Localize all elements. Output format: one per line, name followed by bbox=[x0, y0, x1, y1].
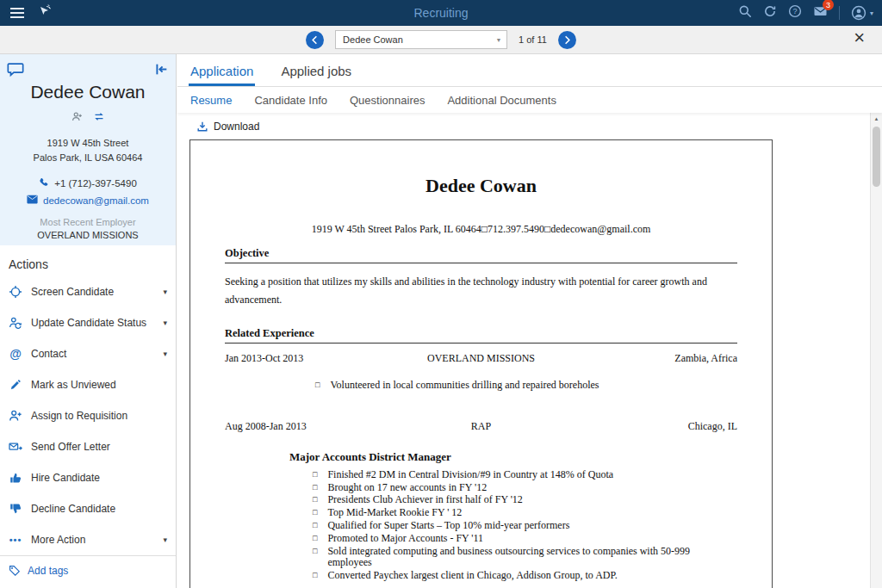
chevron-down-icon: ▾ bbox=[163, 350, 167, 358]
screen-target-icon bbox=[9, 285, 22, 299]
resume-bullet: □Promoted to Major Accounts - FY '11 bbox=[313, 533, 726, 545]
collapse-panel-icon[interactable] bbox=[154, 62, 169, 80]
chevron-down-icon: ▾ bbox=[163, 288, 167, 296]
action-send-offer-letter[interactable]: Send Offer Letter bbox=[0, 431, 176, 462]
bullet-text: Volunteered in local communities drillin… bbox=[330, 380, 599, 392]
resume-bullet: □Converted Paychex largest client in Chi… bbox=[313, 570, 726, 582]
bullet-text: Promoted to Major Accounts - FY '11 bbox=[327, 533, 483, 545]
help-icon[interactable]: ? bbox=[788, 4, 802, 22]
svg-text:?: ? bbox=[792, 7, 797, 15]
mail-icon[interactable]: 3 bbox=[813, 4, 828, 22]
action-label: Decline Candidate bbox=[31, 503, 115, 515]
action-screen-candidate[interactable]: Screen Candidate ▾ bbox=[0, 276, 176, 307]
download-button[interactable]: Download bbox=[177, 113, 272, 138]
menu-icon[interactable] bbox=[10, 8, 24, 18]
bullet-text: Presidents Club Achiever in first half o… bbox=[327, 494, 522, 506]
candidate-email-link[interactable]: dedecowan@gmail.com bbox=[43, 195, 149, 206]
topbar-left-group bbox=[0, 4, 52, 22]
user-menu-icon[interactable]: ▾ bbox=[851, 5, 873, 21]
scrollbar-thumb[interactable] bbox=[873, 127, 880, 187]
actions-heading: Actions bbox=[0, 245, 176, 276]
square-bullet-icon: □ bbox=[313, 494, 317, 506]
role-title: Major Accounts District Manager bbox=[289, 450, 737, 464]
send-letter-icon bbox=[9, 440, 22, 454]
candidate-name: Dedee Cowan bbox=[0, 54, 176, 102]
square-bullet-icon: □ bbox=[313, 533, 317, 545]
transfer-icon[interactable] bbox=[93, 110, 105, 126]
job-dates: Aug 2008-Jan 2013 bbox=[225, 420, 471, 433]
person-refresh-icon bbox=[9, 316, 22, 330]
record-navigation-bar: Dedee Cowan ▼ 1 of 11 × bbox=[0, 26, 882, 54]
profile-quick-icons bbox=[0, 110, 176, 126]
person-add-icon[interactable] bbox=[71, 110, 83, 126]
action-label: More Action bbox=[31, 534, 85, 546]
top-navigation-bar: Recruiting ? 3 ▾ bbox=[0, 0, 882, 26]
job-location: Zambia, Africa bbox=[535, 352, 737, 365]
bullet-text: Converted Paychex largest client in Chic… bbox=[327, 570, 617, 582]
subtab-questionnaires[interactable]: Questionnaires bbox=[350, 94, 425, 107]
close-icon[interactable]: × bbox=[854, 28, 865, 47]
add-tags-label: Add tags bbox=[28, 565, 68, 577]
bullet-text: Finished #2 DM in Central Division/#9 in… bbox=[327, 469, 613, 481]
action-label: Contact bbox=[31, 348, 66, 360]
address-line-2: Palos Park, IL USA 60464 bbox=[0, 151, 176, 165]
employer-name: OVERLAND MISSIONS bbox=[0, 230, 176, 240]
job-role: Major Accounts District Manager □Finishe… bbox=[289, 450, 737, 582]
action-decline-candidate[interactable]: Decline Candidate bbox=[0, 493, 176, 524]
next-record-button[interactable] bbox=[558, 31, 576, 49]
pointer-tool-icon[interactable] bbox=[38, 4, 52, 22]
address-line-1: 1919 W 45th Street bbox=[0, 136, 176, 151]
resume-bullet: □Finished #2 DM in Central Division/#9 i… bbox=[313, 469, 726, 481]
chat-bubble-icon[interactable] bbox=[7, 62, 24, 81]
square-bullet-icon: □ bbox=[313, 482, 317, 494]
refresh-icon[interactable] bbox=[763, 4, 777, 22]
tab-application[interactable]: Application bbox=[189, 64, 255, 86]
candidate-address: 1919 W 45th Street Palos Park, IL USA 60… bbox=[0, 136, 176, 164]
bullet-text: Qualified for Super Starts – Top 10% mid… bbox=[327, 520, 569, 532]
action-assign-to-requisition[interactable]: Assign to Requisition bbox=[0, 400, 176, 431]
action-contact[interactable]: @ Contact ▾ bbox=[0, 338, 176, 369]
square-bullet-icon: □ bbox=[315, 380, 320, 392]
resume-document: Dedee Cowan 1919 W 45th Street Palos Par… bbox=[189, 139, 773, 588]
scroll-up-icon[interactable]: ▲ bbox=[871, 113, 882, 125]
record-position-label: 1 of 11 bbox=[519, 34, 547, 45]
action-label: Screen Candidate bbox=[31, 286, 114, 298]
envelope-icon bbox=[27, 195, 38, 206]
action-hire-candidate[interactable]: Hire Candidate bbox=[0, 462, 176, 493]
action-more-action[interactable]: ••• More Action ▾ bbox=[0, 524, 176, 555]
resume-contact-line: 1919 W 45th Street Palos Park, IL 60464□… bbox=[225, 223, 737, 236]
action-mark-as-unviewed[interactable]: Mark as Unviewed bbox=[0, 369, 176, 400]
square-bullet-icon: □ bbox=[313, 507, 317, 519]
job-company: OVERLAND MISSIONS bbox=[427, 352, 535, 365]
subtab-resume[interactable]: Resume bbox=[190, 94, 232, 107]
subtab-additional-documents[interactable]: Additional Documents bbox=[447, 94, 556, 107]
resume-viewer: Download Dedee Cowan 1919 W 45th Street … bbox=[177, 113, 870, 588]
tag-icon bbox=[9, 565, 21, 577]
square-bullet-icon: □ bbox=[313, 570, 317, 582]
subtab-bar: Resume Candidate Info Questionnaires Add… bbox=[177, 87, 882, 113]
candidate-profile-card: Dedee Cowan 1919 W 45th Street Palos Par… bbox=[0, 54, 176, 245]
add-tags-button[interactable]: Add tags bbox=[0, 555, 176, 585]
subtab-candidate-info[interactable]: Candidate Info bbox=[254, 94, 327, 107]
candidate-select-dropdown[interactable]: Dedee Cowan ▼ bbox=[335, 30, 507, 49]
phone-icon bbox=[39, 177, 49, 189]
role-bullets: □Finished #2 DM in Central Division/#9 i… bbox=[313, 469, 737, 582]
topbar-divider bbox=[839, 6, 840, 20]
main-content: Application Applied jobs Resume Candidat… bbox=[177, 54, 882, 588]
download-label: Download bbox=[214, 121, 259, 133]
vertical-scrollbar[interactable]: ▲ bbox=[870, 113, 882, 588]
resume-experience-heading: Related Experience bbox=[225, 327, 737, 344]
bullet-text: Brought on 17 new accounts in FY '12 bbox=[327, 482, 487, 494]
at-icon: @ bbox=[9, 347, 22, 361]
action-update-candidate-status[interactable]: Update Candidate Status ▾ bbox=[0, 307, 176, 338]
employer-label: Most Recent Employer bbox=[0, 217, 176, 227]
tab-bar: Application Applied jobs bbox=[177, 54, 882, 87]
search-icon[interactable] bbox=[738, 4, 752, 22]
action-label: Mark as Unviewed bbox=[31, 379, 116, 391]
previous-record-button[interactable] bbox=[306, 31, 324, 49]
resume-bullet: □ Volunteered in local communities drill… bbox=[315, 380, 729, 392]
job-header: Jan 2013-Oct 2013 OVERLAND MISSIONS Zamb… bbox=[225, 352, 737, 365]
tab-applied-jobs[interactable]: Applied jobs bbox=[279, 64, 353, 86]
square-bullet-icon: □ bbox=[313, 546, 317, 570]
square-bullet-icon: □ bbox=[313, 520, 317, 532]
